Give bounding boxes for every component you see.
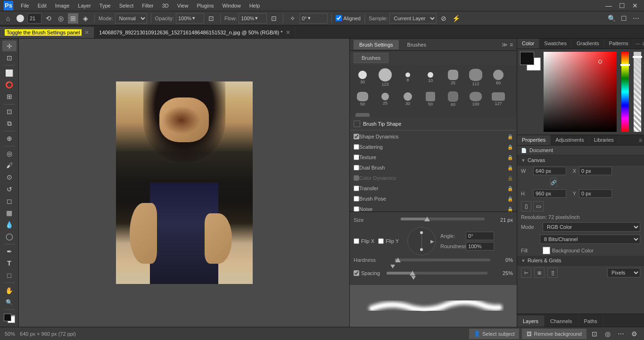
menu-help[interactable]: Help xyxy=(246,2,264,9)
tab-properties[interactable]: Properties xyxy=(517,135,551,145)
rulers-section-header[interactable]: ▼ Rulers & Grids xyxy=(517,256,644,266)
brush-tip-10[interactable]: 30 xyxy=(397,89,419,109)
dodge-tool[interactable]: ◯ xyxy=(2,231,17,242)
mode-select[interactable]: RGB Color CMYK Color Grayscale xyxy=(543,222,640,232)
ruler-unit-select[interactable]: Pixels Inches Centimeters xyxy=(607,268,640,277)
minimize-button[interactable]: — xyxy=(603,0,614,11)
bit-depth-select[interactable]: 8 Bits/Channel 16 Bits/Channel 32 Bits/C… xyxy=(540,235,640,244)
brush-tip-1[interactable]: 30 xyxy=(352,67,373,88)
swap-colors-icon[interactable]: ⇄ xyxy=(12,314,15,318)
panel-collapse-icon[interactable]: — xyxy=(636,41,640,46)
brush-tip-3[interactable]: 8 xyxy=(397,67,419,88)
transfer-check[interactable] xyxy=(354,186,359,191)
menu-3d[interactable]: 3D xyxy=(158,2,173,9)
roundness-input[interactable] xyxy=(466,242,494,251)
remove-background-button[interactable]: 🖼 Remove background xyxy=(522,329,586,339)
grid-icon[interactable]: ⊞ xyxy=(534,267,545,278)
hand-tool[interactable]: ✋ xyxy=(2,285,17,296)
flow-value[interactable]: 100% ▾ xyxy=(239,13,267,24)
brushes-tab[interactable]: Brushes xyxy=(402,40,432,49)
expand-icon[interactable]: ≫ xyxy=(502,41,508,48)
clone-stamp-tool[interactable]: ⊙ xyxy=(2,172,17,183)
arrange-icon[interactable]: ☐ xyxy=(619,13,629,24)
enhance-icon[interactable]: ◎ xyxy=(603,329,613,339)
angle-value[interactable]: 0° ▾ xyxy=(299,13,328,24)
opacity-pressure-icon[interactable]: ⊡ xyxy=(206,13,216,24)
aligned-check[interactable]: Aligned xyxy=(336,15,361,21)
brush-tool[interactable]: 🖌 xyxy=(2,160,17,171)
dual-brush-label[interactable]: Dual Brush xyxy=(359,165,507,170)
menu-file[interactable]: File xyxy=(17,2,33,9)
rectangular-marquee-tool[interactable]: ⬜ xyxy=(2,67,17,78)
home-icon[interactable]: ⌂ xyxy=(3,13,13,24)
scattering-row[interactable]: Scattering 🔒 xyxy=(350,142,517,152)
brushes-sub-tab[interactable]: Brushes xyxy=(354,53,388,63)
brush-tip-15[interactable]: 284 xyxy=(352,110,373,117)
alpha-slider[interactable] xyxy=(634,52,641,132)
noise-label[interactable]: Noise xyxy=(359,206,507,211)
canvas-section-header[interactable]: ▼ Canvas xyxy=(517,155,644,165)
foreground-background-swatch[interactable]: ⇄ xyxy=(4,314,15,323)
fill-swatch[interactable] xyxy=(543,247,550,254)
tab-color[interactable]: Color xyxy=(517,39,539,49)
eyedropper-tool[interactable]: ⊕ xyxy=(2,133,17,144)
portrait-icon[interactable]: ▯ xyxy=(521,201,531,211)
frame-tool[interactable]: ⧉ xyxy=(2,118,17,129)
sample-select[interactable]: Current Layer All Layers xyxy=(389,13,437,24)
color-spectrum[interactable] xyxy=(544,52,617,132)
size-slider[interactable] xyxy=(401,218,485,220)
menu-view[interactable]: View xyxy=(173,2,192,9)
brush-angle-icon[interactable]: ⟲ xyxy=(43,13,54,24)
noise-check[interactable] xyxy=(354,206,359,211)
x-input[interactable] xyxy=(579,167,612,175)
hue-slider[interactable] xyxy=(621,52,629,132)
menu-edit[interactable]: Edit xyxy=(34,2,50,9)
tab-patterns[interactable]: Patterns xyxy=(604,39,634,49)
noise-row[interactable]: Noise 🔒 xyxy=(350,204,517,211)
more-options-icon[interactable]: ⋯ xyxy=(631,13,641,24)
zoom-tool[interactable]: 🔍 xyxy=(2,297,17,308)
menu-select[interactable]: Select xyxy=(116,2,138,9)
panel-menu-icon[interactable]: ≡ xyxy=(642,40,644,47)
dual-brush-row[interactable]: Dual Brush 🔒 xyxy=(350,162,517,173)
tab-channels[interactable]: Channels xyxy=(545,316,578,327)
blend-mode-select[interactable]: Normal Multiply Screen xyxy=(115,13,147,24)
tab-adjustments[interactable]: Adjustments xyxy=(551,135,589,145)
healing-brush-tool[interactable]: ◎ xyxy=(2,148,17,159)
brush-tip-2[interactable]: 123 xyxy=(374,67,396,88)
tab-1[interactable]: Toggle the Brush Settings panel ✕ xyxy=(0,27,94,38)
menu-window[interactable]: Window xyxy=(219,2,245,9)
opacity-value[interactable]: 100% ▾ xyxy=(176,13,204,24)
shape-dynamics-check[interactable] xyxy=(354,134,359,139)
brush-settings-tab[interactable]: Brush Settings xyxy=(354,40,399,49)
tab-2[interactable]: 14068079_892213010912636_152716148648615… xyxy=(94,27,295,38)
blur-tool[interactable]: 💧 xyxy=(2,219,17,230)
flow-pressure-icon[interactable]: ⊡ xyxy=(269,13,279,24)
brush-tip-9[interactable]: 25 xyxy=(374,89,396,109)
brush-pose-check[interactable] xyxy=(354,196,359,202)
height-input[interactable] xyxy=(533,189,566,198)
tablet-pressure-icon[interactable]: ◈ xyxy=(80,13,91,24)
ruler-h-icon[interactable]: ⊢ xyxy=(521,267,531,278)
artboard-tool[interactable]: ⊡ xyxy=(2,52,17,63)
shape-dynamics-label[interactable]: Shape Dynamics xyxy=(359,134,507,139)
tip-shape-label[interactable]: Brush Tip Shape xyxy=(363,121,513,127)
brush-tip-7[interactable]: 60 xyxy=(487,67,509,88)
link-icon[interactable]: 🔗 xyxy=(550,178,557,187)
tab1-close[interactable]: ✕ xyxy=(84,29,89,36)
gradient-tool[interactable]: ▦ xyxy=(2,207,17,218)
settings-icon[interactable]: ⚙ xyxy=(629,329,639,339)
tab-gradients[interactable]: Gradients xyxy=(572,39,604,49)
move-tool[interactable]: ✛ xyxy=(2,40,17,51)
foreground-color[interactable] xyxy=(4,314,11,321)
toggle-brush-settings[interactable]: ⊞ xyxy=(68,13,78,24)
brush-tip-12[interactable]: 60 xyxy=(442,89,464,109)
angle-widget[interactable]: ▶ xyxy=(407,227,436,255)
angle-input[interactable] xyxy=(466,232,494,240)
tab-libraries[interactable]: Libraries xyxy=(589,135,619,145)
spacing-slider[interactable] xyxy=(387,272,487,275)
brush-pose-label[interactable]: Brush Pose xyxy=(359,196,507,202)
brush-tip-4[interactable]: 10 xyxy=(420,67,441,88)
flip-x-check[interactable]: Flip X xyxy=(354,238,374,244)
select-subject-button[interactable]: 👤 Select subject xyxy=(469,329,519,339)
